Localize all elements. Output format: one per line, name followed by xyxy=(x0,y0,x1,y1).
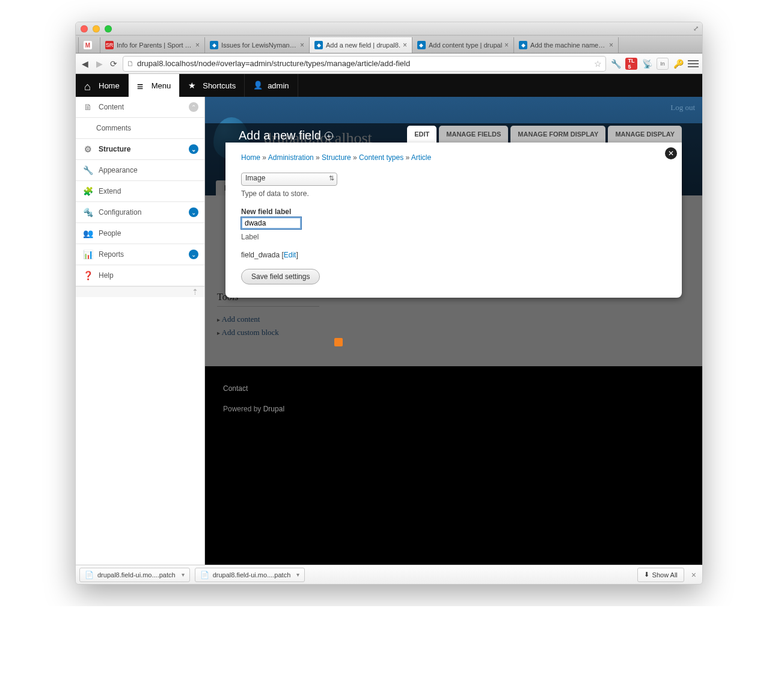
toolbar-home[interactable]: Home xyxy=(76,74,129,97)
help-icon: ❓ xyxy=(83,271,93,280)
page-icon: 🗎 xyxy=(83,102,93,112)
chevron-down-icon[interactable]: ⌄ xyxy=(189,207,198,217)
powered-by-text: Powered by xyxy=(223,405,263,413)
admin-menu-item-structure[interactable]: ⚙Structure⌄ xyxy=(76,139,204,160)
tab-close-icon[interactable]: × xyxy=(300,41,304,49)
logout-link[interactable]: Log out xyxy=(670,103,695,112)
close-downloads-bar-button[interactable]: × xyxy=(689,570,699,580)
chrome-menu-button[interactable] xyxy=(688,60,699,67)
tab-close-icon[interactable]: × xyxy=(609,41,613,49)
admin-menu-label: Reports xyxy=(99,250,124,259)
browser-tab[interactable]: SRInfo for Parents | Sport Rel× xyxy=(100,37,205,53)
overlay-tab-edit[interactable]: EDIT xyxy=(407,126,436,143)
browser-tab[interactable]: ◆Issues for LewisNyman | d× xyxy=(204,37,310,53)
overlay-tab-manage-form-display[interactable]: MANAGE FORM DISPLAY xyxy=(510,126,605,143)
machine-name-value: field_dwada xyxy=(241,251,280,259)
fullscreen-icon[interactable]: ⤢ xyxy=(693,25,699,32)
tab-label: Add a new field | drupal8. xyxy=(326,41,400,49)
save-field-settings-button[interactable]: Save field settings xyxy=(241,269,320,284)
url-field[interactable]: 🗋 drupal8.localhost/node#overlay=admin/s… xyxy=(123,56,606,72)
toolbar-shortcuts-label: Shortcuts xyxy=(203,81,236,90)
overlay-tab-manage-display[interactable]: MANAGE DISPLAY xyxy=(608,126,682,143)
chevron-down-icon[interactable]: ▾ xyxy=(182,571,185,578)
overlay-close-button[interactable]: ✕ xyxy=(665,147,677,159)
extension-rss-icon[interactable]: 📡 xyxy=(641,58,653,70)
toolbar-shortcuts[interactable]: Shortcuts xyxy=(180,74,245,97)
admin-menu-label: Extend xyxy=(99,187,121,195)
browser-tab[interactable]: ◆Add content type | drupal× xyxy=(412,37,514,53)
download-item[interactable]: drupal8.field-ui.mo....patch▾ xyxy=(79,568,190,582)
chevron-up-icon[interactable]: ⌃ xyxy=(189,102,198,112)
admin-menu-label: People xyxy=(99,229,121,238)
close-window-button[interactable] xyxy=(81,25,88,32)
breadcrumb-link[interactable]: Article xyxy=(411,153,431,162)
drupal-link[interactable]: Drupal xyxy=(263,405,284,413)
browser-tab[interactable]: ◆Add a new field | drupal8.× xyxy=(309,37,412,53)
admin-menu-item-appearance[interactable]: 🔧Appearance xyxy=(76,160,204,181)
chevron-down-icon[interactable]: ▾ xyxy=(296,571,299,578)
toolbar-user[interactable]: admin xyxy=(245,74,298,97)
back-button[interactable]: ◀ xyxy=(79,58,90,69)
field-type-select[interactable]: Image xyxy=(241,173,337,186)
admin-menu-item-people[interactable]: 👥People xyxy=(76,223,204,244)
tab-label: Add content type | drupal xyxy=(429,41,502,49)
admin-menu-collapse-icon[interactable]: ⇡ xyxy=(76,286,204,297)
admin-menu-item-extend[interactable]: 🧩Extend xyxy=(76,181,204,202)
macos-titlebar: ⤢ xyxy=(76,22,702,35)
extension-in-icon[interactable]: In xyxy=(657,58,669,70)
breadcrumb-link[interactable]: Content types xyxy=(359,153,403,162)
reload-button[interactable]: ⟳ xyxy=(108,58,119,69)
admin-overlay: Add a new field+ EDITMANAGE FIELDSMANAGE… xyxy=(225,121,682,298)
admin-menu-item-help[interactable]: ❓Help xyxy=(76,265,204,286)
add-icon: + xyxy=(325,132,333,140)
overlay-tab-manage-fields[interactable]: MANAGE FIELDS xyxy=(439,126,508,143)
admin-menu-item-content[interactable]: 🗎Content⌃ xyxy=(76,97,204,118)
gm-favicon-icon xyxy=(84,41,92,49)
chevron-down-icon[interactable]: ⌄ xyxy=(189,250,198,259)
admin-menu-label: Appearance xyxy=(99,166,138,174)
breadcrumb-link[interactable]: Home xyxy=(241,153,260,162)
download-item[interactable]: drupal8.field-ui.mo....patch▾ xyxy=(195,568,305,582)
extension-key-icon[interactable]: 🔑 xyxy=(672,58,684,70)
browser-tab[interactable] xyxy=(78,37,100,53)
forward-button[interactable]: ▶ xyxy=(94,58,105,69)
show-all-downloads-button[interactable]: ⬇Show All xyxy=(637,568,684,582)
admin-menu-item-configuration[interactable]: 🔩Configuration⌄ xyxy=(76,202,204,223)
url-text: drupal8.localhost/node#overlay=admin/str… xyxy=(137,59,410,68)
chevron-down-icon[interactable]: ⌄ xyxy=(189,144,198,154)
extension-tl-icon[interactable]: TL5 xyxy=(625,58,637,70)
dr-favicon-icon: ◆ xyxy=(210,41,218,49)
admin-menu-label: Content xyxy=(99,103,124,111)
admin-menu-item-reports[interactable]: 📊Reports⌄ xyxy=(76,244,204,265)
admin-menu-label: Configuration xyxy=(99,208,141,216)
tool-icon: 🔩 xyxy=(83,207,93,217)
breadcrumb-link[interactable]: Administration xyxy=(268,153,314,162)
site-footer: Contact Powered by Drupal xyxy=(205,366,702,565)
tab-close-icon[interactable]: × xyxy=(504,41,509,49)
admin-menu-label: Comments xyxy=(96,124,131,132)
page-icon: 🗋 xyxy=(127,60,134,68)
dr-favicon-icon: ◆ xyxy=(519,41,527,49)
browser-tab-strip: SRInfo for Parents | Sport Rel×◆Issues f… xyxy=(76,35,702,54)
rss-icon[interactable] xyxy=(334,338,343,346)
zoom-window-button[interactable] xyxy=(105,25,112,32)
bookmark-star-icon[interactable]: ☆ xyxy=(594,59,602,69)
minimize-window-button[interactable] xyxy=(93,25,100,32)
extension-wrench-icon[interactable]: 🔧 xyxy=(610,58,622,70)
sr-favicon-icon: SR xyxy=(105,41,114,49)
breadcrumb-link[interactable]: Structure xyxy=(322,153,351,162)
field-type-desc: Type of data to store. xyxy=(241,189,666,198)
file-icon xyxy=(85,571,94,579)
admin-menu-item-comments[interactable]: Comments xyxy=(76,118,204,139)
toolbar-menu[interactable]: Menu xyxy=(129,74,180,97)
new-field-label-input[interactable] xyxy=(241,217,301,229)
contact-link[interactable]: Contact xyxy=(223,384,248,393)
machine-name-edit-link[interactable]: Edit xyxy=(284,251,296,259)
tab-close-icon[interactable]: × xyxy=(195,41,200,49)
tab-close-icon[interactable]: × xyxy=(403,41,407,49)
wrench-icon: 🔧 xyxy=(83,165,93,175)
browser-tab[interactable]: ◆Add the machine name co× xyxy=(513,37,619,53)
dr-favicon-icon: ◆ xyxy=(314,41,323,49)
field-label-desc: Label xyxy=(241,233,666,241)
download-filename: drupal8.field-ui.mo....patch xyxy=(97,571,176,579)
